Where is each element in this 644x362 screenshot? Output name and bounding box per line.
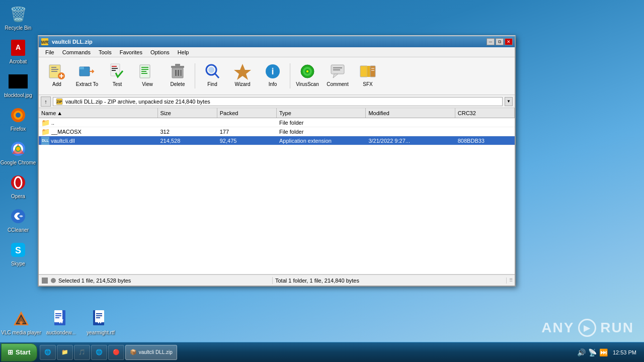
status-icon-left — [41, 277, 48, 284]
windows-orb: ⊞ — [8, 348, 13, 356]
toolbar-view[interactable]: View — [133, 60, 162, 93]
svg-rect-17 — [51, 67, 56, 68]
cell-size: 312 — [158, 127, 217, 136]
table-row[interactable]: 📁 __MACOSX 312 177 File folder — [39, 127, 515, 136]
file-list[interactable]: Name ▲ Size Packed Type Modified CRC32 📁 — [39, 108, 515, 275]
desktop-icon-ccleaner[interactable]: CCleaner — [2, 205, 34, 234]
toolbar-divider-1 — [195, 63, 195, 88]
cell-size: 214,528 — [158, 136, 217, 145]
status-text-left: Selected 1 file, 214,528 bytes — [58, 278, 131, 284]
desktop-icon-yearmight[interactable]: W yearmight.rtf — [85, 307, 117, 337]
ie-icon: 🌐 — [44, 349, 51, 355]
toolbar-virusscan[interactable]: VirusScan — [293, 60, 321, 93]
restore-button[interactable]: ⧉ — [496, 38, 504, 45]
menu-options[interactable]: Options — [146, 48, 174, 56]
cell-crc32: 808BDB33 — [455, 136, 515, 145]
minimize-button[interactable]: ─ — [487, 38, 495, 45]
svg-text:W: W — [58, 319, 63, 324]
col-crc32[interactable]: CRC32 — [455, 108, 515, 118]
address-dropdown[interactable]: ▼ — [505, 97, 513, 106]
toolbar-wizard[interactable]: Wizard — [228, 60, 257, 93]
find-label: Find — [207, 81, 217, 87]
resize-grip[interactable]: ⠿ — [507, 278, 515, 283]
toolbar-extract-to[interactable]: Extract To — [73, 60, 101, 93]
cell-name: 📁 __MACOSX — [39, 127, 158, 136]
menu-file[interactable]: File — [41, 48, 58, 56]
desktop-icon-recycle-bin[interactable]: 🗑️ Recycle Bin — [2, 3, 34, 32]
chrome-icon — [8, 139, 28, 159]
cell-packed: 177 — [217, 127, 277, 136]
svg-rect-53 — [367, 66, 370, 77]
wizard-label: Wizard — [234, 81, 250, 87]
desktop-icon-acrobat[interactable]: A Acrobat — [2, 36, 34, 66]
sfx-label: SFX — [363, 81, 372, 87]
menu-commands[interactable]: Commands — [58, 48, 95, 56]
chrome-label: Google Chrome — [1, 160, 36, 165]
svg-rect-32 — [141, 71, 146, 72]
cell-modified: 3/21/2022 9:27... — [366, 136, 455, 145]
col-type[interactable]: Type — [277, 108, 366, 118]
start-label: Start — [16, 348, 31, 356]
svg-rect-38 — [178, 70, 179, 76]
toolbar-find[interactable]: Find — [198, 60, 226, 93]
table-row[interactable]: DLL vaultcli.dll 214,528 92,475 Applicat… — [39, 136, 515, 145]
tray-volume-icon[interactable]: 🔊 — [577, 348, 586, 357]
navigate-up-button[interactable]: ↑ — [41, 97, 51, 107]
anyrun-watermark: ANY ▶ RUN — [541, 319, 634, 337]
svg-rect-24 — [79, 67, 84, 69]
taskbar-item-winrar[interactable]: 📦 vaultcli DLL.zip — [125, 345, 177, 360]
bottom-desktop-icons: VLC media player W auctiondew... W — [0, 305, 122, 339]
dll-icon: DLL — [41, 137, 49, 145]
svg-text:W: W — [97, 319, 102, 324]
col-packed[interactable]: Packed — [217, 108, 277, 118]
svg-rect-73 — [96, 313, 102, 314]
menu-tools[interactable]: Tools — [95, 48, 116, 56]
taskbar-item-chrome[interactable]: 🌐 — [91, 345, 107, 360]
start-button[interactable]: ⊞ Start — [1, 343, 37, 361]
desktop-icon-firefox[interactable]: Firefox — [2, 104, 34, 133]
taskbar-item-avira[interactable]: 🔴 — [108, 345, 124, 360]
taskbar-item-explorer[interactable]: 📁 — [57, 345, 73, 360]
folder-icon: 📁 — [41, 119, 50, 127]
winrar-taskbar-label: vaultcli DLL.zip — [139, 349, 173, 355]
svg-rect-26 — [112, 66, 117, 67]
toolbar-add[interactable]: Add — [43, 60, 71, 93]
svg-rect-31 — [141, 69, 148, 70]
menu-favorites[interactable]: Favorites — [116, 48, 146, 56]
svg-rect-33 — [141, 73, 147, 74]
col-modified[interactable]: Modified — [366, 108, 455, 118]
col-name[interactable]: Name ▲ — [39, 108, 158, 118]
desktop-icon-chrome[interactable]: Google Chrome — [2, 137, 34, 167]
toolbar-test[interactable]: Test — [103, 60, 131, 93]
toolbar-sfx[interactable]: SFX — [354, 60, 382, 93]
zip-icon: ZIP — [55, 98, 63, 106]
desktop-icon-skype[interactable]: S Skype — [2, 238, 34, 268]
info-label: Info — [269, 81, 277, 87]
menu-help[interactable]: Help — [174, 48, 193, 56]
taskbar-item-ie[interactable]: 🌐 — [40, 345, 56, 360]
toolbar-info[interactable]: i Info — [259, 60, 287, 93]
add-icon — [48, 62, 66, 80]
svg-rect-52 — [360, 66, 367, 77]
svg-rect-59 — [42, 278, 48, 284]
ccleaner-label: CCleaner — [8, 227, 29, 233]
desktop-icon-auctiondesk[interactable]: W auctiondew... — [45, 307, 77, 337]
table-row[interactable]: 📁 .. File folder — [39, 118, 515, 127]
desktop-icon-opera[interactable]: Opera — [2, 171, 34, 201]
tray-skip-icon[interactable]: ⏭️ — [599, 348, 608, 357]
col-size[interactable]: Size — [158, 108, 217, 118]
svg-rect-54 — [370, 66, 375, 77]
taskbar-item-media[interactable]: 🎵 — [74, 345, 90, 360]
desktop-icon-vlc[interactable]: VLC media player — [5, 307, 37, 337]
tray-network-icon[interactable]: 📡 — [588, 348, 597, 357]
toolbar-comment[interactable]: Comment — [324, 60, 352, 93]
svg-rect-19 — [51, 71, 57, 72]
svg-rect-37 — [175, 70, 177, 76]
sfx-icon — [359, 62, 377, 80]
toolbar-delete[interactable]: Delete — [164, 60, 192, 93]
close-button[interactable]: ✕ — [505, 38, 513, 45]
desktop-icon-blacktool[interactable]: blocktool.jpg — [2, 70, 34, 100]
svg-rect-67 — [55, 313, 61, 314]
svg-point-42 — [208, 67, 214, 73]
svg-rect-18 — [51, 69, 58, 70]
